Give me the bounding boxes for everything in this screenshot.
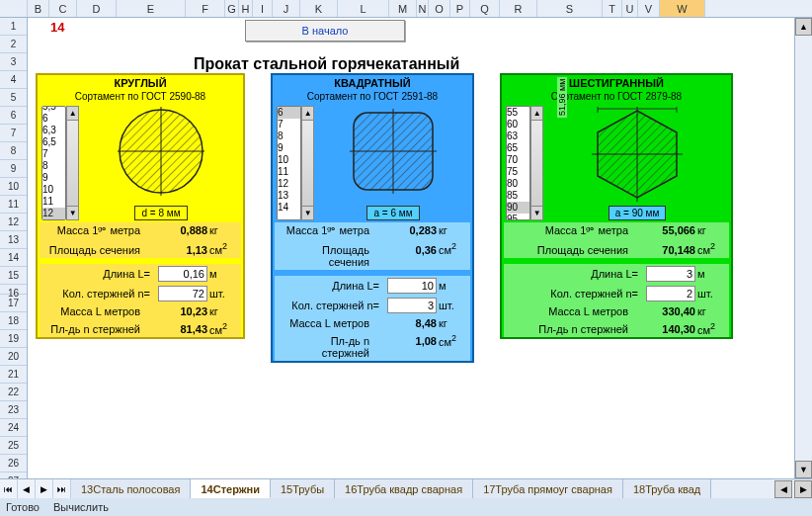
row-8[interactable]: 8	[0, 142, 27, 160]
horizontal-scrollbar[interactable]: ◀ ▶	[711, 479, 812, 498]
status-calc[interactable]: Вычислить	[53, 501, 109, 513]
col-G[interactable]: G	[225, 0, 239, 17]
col-V[interactable]: V	[638, 0, 660, 17]
scroll-up-icon[interactable]: ▲	[795, 18, 812, 36]
square-size-list[interactable]: 67891011121314	[277, 106, 301, 220]
row-20[interactable]: 20	[0, 348, 27, 366]
col-Q[interactable]: Q	[470, 0, 500, 17]
scroll-left-icon[interactable]: ◀	[774, 480, 792, 498]
circle-scrollbar[interactable]: ▲ ▼	[66, 106, 79, 220]
scroll-up-icon[interactable]: ▲	[302, 107, 313, 121]
row-19[interactable]: 19	[0, 330, 27, 348]
col-M[interactable]: M	[389, 0, 417, 17]
hex-scrollbar[interactable]: ▲ ▼	[530, 106, 543, 220]
panel-circle-title: КРУГЛЫЙ	[38, 75, 243, 91]
hex-size-list[interactable]: 55606365707580859095	[506, 106, 530, 220]
sheet-tab[interactable]: 14Стержни	[191, 479, 270, 498]
scroll-up-icon[interactable]: ▲	[67, 107, 78, 121]
col-T[interactable]: T	[603, 0, 622, 17]
circle-size-list[interactable]: 5,566,36,5789101112	[41, 106, 66, 220]
tab-nav-first-icon[interactable]: ⏮	[0, 479, 18, 498]
col-P[interactable]: P	[450, 0, 470, 17]
col-N[interactable]: N	[417, 0, 429, 17]
col-S[interactable]: S	[537, 0, 603, 17]
col-H[interactable]: H	[239, 0, 253, 17]
row-13[interactable]: 13	[0, 231, 27, 249]
scroll-down-icon[interactable]: ▼	[795, 461, 812, 478]
row-1[interactable]: 1	[0, 18, 27, 36]
row-21[interactable]: 21	[0, 366, 27, 384]
page-title: Прокат стальной горячекатанный	[194, 55, 459, 73]
col-E[interactable]: E	[117, 0, 186, 17]
row-25[interactable]: 25	[0, 437, 27, 455]
start-button[interactable]: В начало	[245, 20, 405, 42]
tab-nav-next-icon[interactable]: ▶	[36, 479, 53, 498]
scroll-up-icon[interactable]: ▲	[531, 107, 542, 121]
col-O[interactable]: O	[429, 0, 450, 17]
circle-count-input[interactable]	[158, 286, 207, 301]
row-6[interactable]: 6	[0, 107, 27, 125]
u: см2	[695, 241, 723, 256]
col-B[interactable]: B	[28, 0, 49, 17]
u: м	[695, 268, 723, 280]
col-I[interactable]: I	[253, 0, 273, 17]
row-26[interactable]: 26	[0, 455, 27, 473]
col-U[interactable]: U	[622, 0, 638, 17]
row-2[interactable]: 2	[0, 36, 27, 53]
row-24[interactable]: 24	[0, 419, 27, 437]
tab-nav-prev-icon[interactable]: ◀	[18, 479, 36, 498]
square-scrollbar[interactable]: ▲ ▼	[301, 106, 314, 220]
row-15[interactable]: 15	[0, 267, 27, 285]
col-J[interactable]: J	[273, 0, 300, 17]
col-K[interactable]: K	[300, 0, 338, 17]
col-F[interactable]: F	[186, 0, 225, 17]
row-23[interactable]: 23	[0, 401, 27, 419]
row-17[interactable]: 17	[0, 295, 27, 312]
row-18[interactable]: 18	[0, 312, 27, 330]
row-5[interactable]: 5	[0, 89, 27, 107]
col-W[interactable]: W	[660, 0, 705, 17]
row-3[interactable]: 3	[0, 53, 27, 71]
square-length-input[interactable]	[387, 278, 437, 294]
square-count-input[interactable]	[387, 298, 437, 313]
tab-nav-last-icon[interactable]: ⏭	[53, 479, 71, 498]
hex-count-input[interactable]	[646, 286, 695, 301]
row-22[interactable]: 22	[0, 384, 27, 401]
panel-hex-subtitle: Сортамент по ГОСТ 2879-88	[502, 91, 731, 104]
sheet-tab[interactable]: 15Трубы	[271, 479, 335, 498]
lbl-area: Площадь сечения	[45, 244, 148, 256]
row-11[interactable]: 11	[0, 196, 27, 214]
row-4[interactable]: 4	[0, 71, 27, 89]
v: 1,08	[377, 335, 437, 347]
hex-length-input[interactable]	[646, 266, 695, 282]
status-bar: Готово Вычислить	[0, 498, 812, 516]
l: Масса 1ᵍᵒ метра	[510, 224, 636, 237]
sheet-tab[interactable]: 17Труба прямоуг сварная	[473, 479, 623, 498]
col-R[interactable]: R	[500, 0, 537, 17]
scroll-down-icon[interactable]: ▼	[67, 206, 78, 219]
hex-dimension-label: a = 90 мм	[609, 206, 667, 220]
scroll-down-icon[interactable]: ▼	[302, 206, 313, 219]
scroll-down-icon[interactable]: ▼	[531, 206, 542, 219]
v: 0,283	[377, 224, 437, 236]
circle-length-input[interactable]	[158, 266, 207, 282]
row-12[interactable]: 12	[0, 214, 27, 231]
row-7[interactable]: 7	[0, 125, 27, 142]
sheet-tab[interactable]: 16Труба квадр сварная	[335, 479, 473, 498]
l: Пл-дь n стержней	[281, 335, 377, 359]
u: см2	[437, 333, 464, 348]
vertical-scrollbar[interactable]: ▲ ▼	[794, 18, 812, 478]
col-D[interactable]: D	[77, 0, 117, 17]
row-9[interactable]: 9	[0, 160, 27, 178]
sheet-tab[interactable]: 13Сталь полосовая	[71, 479, 191, 498]
row-16[interactable]: 16	[0, 285, 27, 295]
scroll-right-icon[interactable]: ▶	[794, 480, 812, 498]
cell-b1[interactable]: 14	[50, 20, 64, 35]
sheet-tab-strip: ⏮ ◀ ▶ ⏭ 13Сталь полосовая14Стержни15Труб…	[0, 478, 812, 498]
col-L[interactable]: L	[338, 0, 389, 17]
row-14[interactable]: 14	[0, 249, 27, 267]
panel-circle: КРУГЛЫЙ Сортамент по ГОСТ 2590-88 5,566,…	[36, 73, 245, 339]
row-10[interactable]: 10	[0, 178, 27, 196]
col-C[interactable]: C	[49, 0, 77, 17]
sheet-tab[interactable]: 18Труба квад	[623, 479, 711, 498]
